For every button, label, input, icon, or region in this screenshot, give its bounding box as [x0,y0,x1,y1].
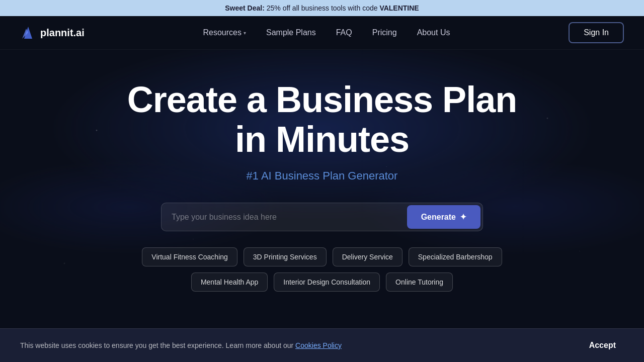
generate-button[interactable]: Generate ✦ [407,205,480,229]
announcement-prefix: Sweet Deal: [225,4,265,12]
chips-container: Virtual Fitness Coaching 3D Printing Ser… [142,247,502,292]
chips-row-2: Mental Health App Interior Design Consul… [191,273,453,292]
accept-cookies-button[interactable]: Accept [581,337,624,354]
cookies-policy-link[interactable]: Cookies Policy [295,341,342,349]
logo[interactable]: plannit.ai [20,25,85,41]
announcement-text: 25% off all business tools with code [265,4,380,12]
chip-delivery-service[interactable]: Delivery Service [333,247,403,266]
input-container: Generate ✦ [161,203,483,231]
nav-resources[interactable]: Resources ▾ [195,24,254,41]
nav-about-us[interactable]: About Us [409,24,458,41]
logo-icon [20,25,36,41]
chip-mental-health[interactable]: Mental Health App [191,273,268,292]
business-idea-input[interactable] [162,205,405,230]
hero-title-line1: Create a Business Plan [127,79,517,120]
nav-pricing[interactable]: Pricing [364,24,405,41]
hero-section: Create a Business Plan in Minutes #1 AI … [0,50,644,312]
navbar: plannit.ai Resources ▾ Sample Plans FAQ … [0,16,644,50]
nav-links: Resources ▾ Sample Plans FAQ Pricing Abo… [195,24,458,41]
chevron-down-icon: ▾ [244,30,246,36]
nav-sample-plans[interactable]: Sample Plans [258,24,324,41]
sign-in-button[interactable]: Sign In [569,22,624,43]
chips-row-1: Virtual Fitness Coaching 3D Printing Ser… [142,247,502,266]
sparkle-icon: ✦ [460,212,466,222]
chip-online-tutoring[interactable]: Online Tutoring [386,273,453,292]
chip-barbershop[interactable]: Specialized Barbershop [409,247,502,266]
hero-title: Create a Business Plan in Minutes [127,80,517,159]
announcement-code: VALENTINE [379,4,419,12]
hero-title-line2: in Minutes [235,119,409,159]
hero-subtitle: #1 AI Business Plan Generator [247,169,398,183]
main-content: Create a Business Plan in Minutes #1 AI … [0,50,644,312]
announcement-bar: Sweet Deal: 25% off all business tools w… [0,0,644,16]
logo-text: plannit.ai [40,27,85,39]
chip-interior-design[interactable]: Interior Design Consultation [274,273,380,292]
nav-faq[interactable]: FAQ [328,24,360,41]
chip-virtual-fitness[interactable]: Virtual Fitness Coaching [142,247,237,266]
generate-label: Generate [421,213,456,222]
cookie-text: This website uses cookies to ensure you … [20,341,342,349]
chip-3d-printing[interactable]: 3D Printing Services [244,247,327,266]
cookie-banner: This website uses cookies to ensure you … [0,328,644,362]
cookie-message: This website uses cookies to ensure you … [20,341,295,349]
